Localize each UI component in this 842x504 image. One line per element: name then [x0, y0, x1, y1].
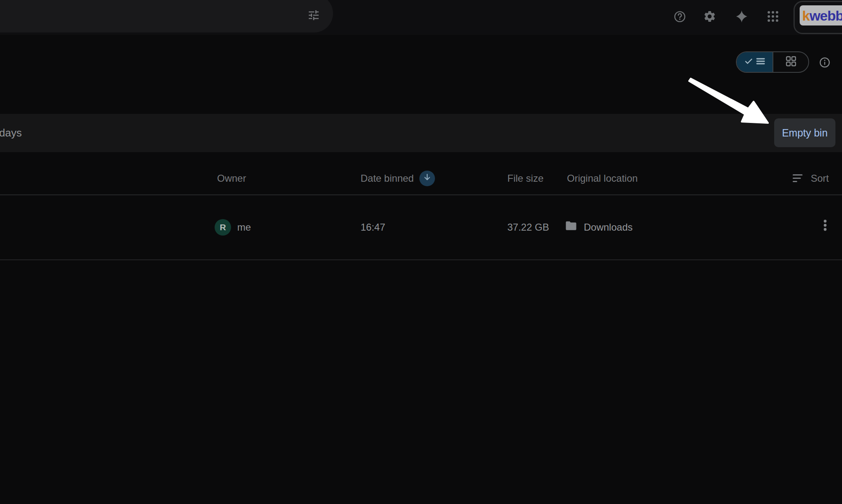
check-icon: [744, 57, 753, 67]
search-options-button[interactable]: [304, 7, 323, 25]
top-app-bar: kwebbb: [0, 0, 842, 35]
account-avatar[interactable]: kwebbb: [793, 1, 842, 34]
row-divider: [0, 259, 842, 260]
list-view-button[interactable]: [737, 52, 773, 72]
info-icon: [819, 62, 830, 69]
folder-icon: [565, 221, 577, 233]
column-header-file-size: File size: [507, 162, 544, 195]
details-button[interactable]: [819, 57, 830, 68]
date-binned-cell: 16:47: [361, 195, 385, 259]
help-button[interactable]: [672, 9, 687, 24]
account-logo-image: kwebbb: [800, 5, 842, 25]
sort-label: Sort: [811, 173, 829, 184]
grid-view-icon: [786, 56, 796, 68]
apps-grid-icon: [767, 10, 779, 23]
logo-letter-k: k: [802, 8, 810, 23]
column-header-owner: Owner: [217, 162, 246, 195]
table-row[interactable]: R me 16:47 37.22 GB Downloads: [0, 195, 842, 259]
sort-icon: [793, 174, 803, 183]
location-name: Downloads: [584, 222, 633, 233]
gear-icon: [703, 10, 716, 23]
settings-button[interactable]: [702, 9, 717, 24]
gemini-button[interactable]: [734, 9, 749, 24]
grid-view-button[interactable]: [773, 52, 808, 72]
layout-toggle: [736, 51, 809, 73]
search-input[interactable]: [0, 0, 333, 32]
google-apps-button[interactable]: [766, 9, 780, 24]
owner-avatar: R: [215, 219, 231, 236]
drive-bin-page: kwebbb: [0, 0, 842, 504]
sort-menu-button[interactable]: Sort: [793, 162, 829, 195]
sort-direction-chip[interactable]: [419, 171, 435, 186]
bin-retention-banner: days Empty bin: [0, 114, 842, 152]
retention-text: days: [0, 114, 22, 152]
list-view-icon: [756, 56, 766, 68]
arrow-down-icon: [423, 173, 432, 184]
gemini-sparkle-icon: [735, 9, 749, 23]
column-header-date-binned[interactable]: Date binned: [361, 162, 435, 195]
column-header-original-location: Original location: [567, 162, 638, 195]
empty-bin-button[interactable]: Empty bin: [774, 118, 835, 147]
original-location-cell[interactable]: Downloads: [565, 195, 633, 259]
logo-text-webb: webb: [810, 8, 842, 23]
kebab-menu-icon: [823, 219, 827, 236]
owner-name: me: [237, 222, 251, 233]
date-binned-label: Date binned: [361, 173, 414, 184]
file-size-cell: 37.22 GB: [507, 195, 549, 259]
owner-cell: R me: [215, 195, 251, 259]
tune-icon: [307, 9, 320, 23]
more-actions-button[interactable]: [818, 220, 833, 235]
file-list-header: Owner Date binned File size Original loc…: [0, 162, 842, 195]
help-icon: [673, 10, 686, 23]
